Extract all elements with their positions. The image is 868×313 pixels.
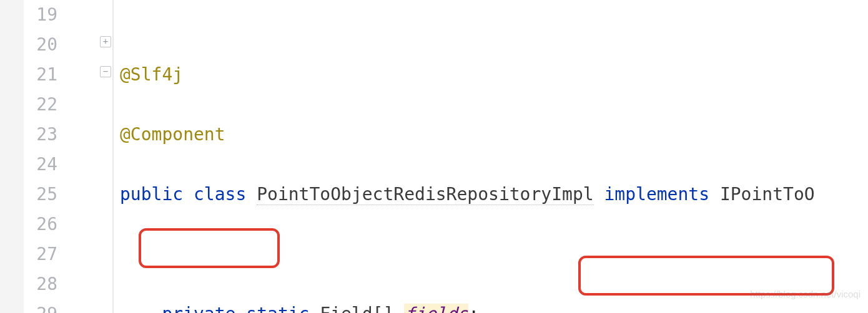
fold-marker-strip: + − (75, 0, 114, 313)
interface-name: IPointToO (720, 184, 815, 205)
line-number: 21 (0, 60, 57, 90)
line-number: 22 (0, 90, 57, 120)
annotation-slf4j: @Slf4j (120, 64, 183, 85)
line-number: 24 (0, 150, 57, 180)
field-fields: fields (404, 304, 468, 313)
line-number: 29 (0, 299, 57, 313)
fold-expand-icon[interactable]: + (100, 36, 111, 47)
code-line: @Component (120, 120, 868, 150)
code-editor[interactable]: 19 20 21 22 23 24 25 26 27 28 29 + − @Sl… (0, 0, 868, 313)
line-number: 23 (0, 120, 57, 150)
line-number: 20 (0, 30, 57, 60)
line-number-gutter: 19 20 21 22 23 24 25 26 27 28 29 (0, 0, 75, 313)
fold-collapse-icon[interactable]: − (100, 66, 111, 77)
code-line: public class PointToObjectRedisRepositor… (120, 180, 868, 209)
code-area[interactable]: @Slf4j @Component public class PointToOb… (114, 0, 868, 313)
code-line: @Slf4j (120, 60, 868, 90)
annotation-component: @Component (120, 124, 225, 145)
watermark-text: https://blog.csdn.net/vicoqi (750, 279, 861, 309)
line-number: 25 (0, 180, 57, 209)
class-name: PointToObjectRedisRepositoryImpl (257, 184, 593, 205)
highlight-box-resource (139, 228, 280, 268)
line-number: 26 (0, 209, 57, 239)
line-number: 19 (0, 0, 57, 30)
line-number: 28 (0, 269, 57, 299)
line-number: 27 (0, 239, 57, 269)
